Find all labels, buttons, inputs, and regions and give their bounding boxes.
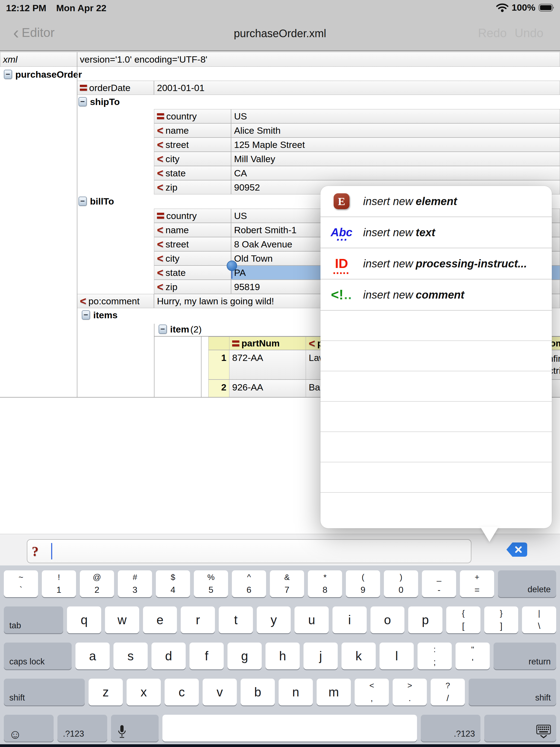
key-m[interactable]: m — [316, 679, 351, 705]
key-@2[interactable]: @2 — [80, 570, 114, 597]
key-.?123[interactable]: .?123 — [421, 715, 480, 742]
key-s[interactable]: s — [113, 643, 148, 669]
key-%5[interactable]: %5 — [194, 570, 228, 597]
item-row-number[interactable]: 2 — [208, 380, 229, 397]
key-{[[interactable]: {[ — [446, 607, 480, 633]
menu-item-insert-processing-instruction[interactable]: ID..... insert newprocessing-instruct... — [321, 248, 552, 279]
backspace-button[interactable] — [505, 542, 528, 558]
menu-item-insert-comment[interactable]: <!.. insert newcomment — [321, 279, 552, 311]
key-q[interactable]: q — [67, 607, 101, 633]
key-"'[interactable]: "' — [456, 643, 490, 669]
cell-billTo-street-label[interactable]: <street — [154, 237, 231, 251]
item-table-header-partNum[interactable]: partNum — [229, 337, 306, 350]
cell-item2-partNum[interactable]: 926-AA — [229, 380, 306, 397]
key-return[interactable]: return — [493, 643, 556, 669]
cell-shipTo-street-label[interactable]: <street — [154, 137, 231, 152]
key-delete[interactable]: delete — [498, 570, 556, 597]
item-row-number[interactable]: 1 — [208, 350, 229, 380]
menu-item-insert-text[interactable]: Abc... insert newtext — [321, 217, 552, 248]
cell-shipTo-zip-label[interactable]: <zip — [154, 180, 231, 195]
key-+=[interactable]: += — [460, 570, 494, 597]
cell-billTo-city-label[interactable]: <city — [154, 251, 231, 265]
key-}][interactable]: }] — [484, 607, 518, 633]
key-p[interactable]: p — [408, 607, 442, 633]
key-?/[interactable]: ?/ — [431, 679, 465, 705]
key-&7[interactable]: &7 — [270, 570, 304, 597]
xml-declaration-name-cell[interactable]: xml — [0, 52, 77, 67]
collapse-toggle-shipTo[interactable]: − — [78, 97, 87, 106]
key-n[interactable]: n — [279, 679, 313, 705]
value-input-field[interactable]: ? — [27, 539, 472, 563]
key-t[interactable]: t — [219, 607, 253, 633]
key-f[interactable]: f — [189, 643, 224, 669]
key-tab[interactable]: tab — [4, 607, 63, 633]
redo-button[interactable]: Redo — [478, 26, 507, 40]
key-d[interactable]: d — [152, 643, 186, 669]
cell-item1-partNum[interactable]: 872-AA — [229, 350, 306, 380]
cell-shipTo-name-label[interactable]: <name — [154, 123, 231, 137]
key-x[interactable]: x — [127, 679, 161, 705]
key-caps-lock[interactable]: caps lock — [4, 643, 72, 669]
collapse-toggle-billTo[interactable]: − — [78, 197, 87, 206]
cell-billTo-country-label[interactable]: country — [154, 209, 231, 223]
menu-item-insert-element[interactable]: E insert newelement — [321, 186, 552, 217]
key-c[interactable]: c — [164, 679, 199, 705]
key-$4[interactable]: $4 — [156, 570, 190, 597]
undo-button[interactable]: Undo — [515, 26, 543, 40]
key-a[interactable]: a — [75, 643, 110, 669]
key-w[interactable]: w — [105, 607, 139, 633]
key-u[interactable]: u — [295, 607, 329, 633]
key-z[interactable]: z — [88, 679, 123, 705]
key-mic[interactable] — [111, 715, 159, 742]
key-v[interactable]: v — [203, 679, 237, 705]
key-shift[interactable]: shift — [4, 679, 85, 705]
key-j[interactable]: j — [304, 643, 338, 669]
key-.?123[interactable]: .?123 — [57, 715, 107, 742]
key-g[interactable]: g — [228, 643, 262, 669]
key-space[interactable] — [162, 715, 417, 742]
key-|\[interactable]: |\ — [522, 607, 556, 633]
cell-shipTo-city-label[interactable]: <city — [154, 152, 231, 166]
collapse-toggle-items[interactable]: − — [82, 310, 90, 319]
cell-billTo-name-label[interactable]: <name — [154, 223, 231, 237]
key-#3[interactable]: #3 — [118, 570, 152, 597]
cell-shipTo-state-value[interactable]: CA — [231, 166, 560, 180]
cell-billTo-state-label[interactable]: <state — [154, 265, 231, 280]
key-l[interactable]: l — [380, 643, 414, 669]
key-*8[interactable]: *8 — [308, 570, 342, 597]
key-)0[interactable]: )0 — [384, 570, 418, 597]
key-~`[interactable]: ~` — [4, 570, 38, 597]
key-<,[interactable]: <, — [355, 679, 389, 705]
collapse-toggle-item[interactable]: − — [159, 325, 167, 334]
cell-billTo-zip-label[interactable]: <zip — [154, 280, 231, 294]
key-(9[interactable]: (9 — [346, 570, 380, 597]
key-shift[interactable]: shift — [469, 679, 556, 705]
key-:;[interactable]: :; — [417, 643, 452, 669]
key-_-[interactable]: _- — [422, 570, 456, 597]
cell-shipTo-country-value[interactable]: US — [231, 109, 560, 123]
collapse-toggle-purchaseOrder[interactable]: − — [4, 70, 12, 79]
key-b[interactable]: b — [240, 679, 275, 705]
cell-shipTo-name-value[interactable]: Alice Smith — [231, 123, 560, 137]
xml-declaration-value-cell[interactable]: version='1.0' encoding='UTF-8' — [77, 52, 560, 67]
key-h[interactable]: h — [265, 643, 300, 669]
key-!1[interactable]: !1 — [42, 570, 76, 597]
key-^6[interactable]: ^6 — [232, 570, 266, 597]
cell-shipTo-street-value[interactable]: 125 Maple Street — [231, 137, 560, 152]
key-e[interactable]: e — [143, 607, 177, 633]
cell-shipTo-country-label[interactable]: country — [154, 109, 231, 123]
key-emoji[interactable]: ☺ — [4, 715, 54, 742]
cell-orderDate-value[interactable]: 2001-01-01 — [154, 81, 560, 95]
cell-orderDate-label[interactable]: orderDate — [77, 81, 154, 95]
key-i[interactable]: i — [332, 607, 367, 633]
cell-shipTo-city-value[interactable]: Mill Valley — [231, 152, 560, 166]
key->.[interactable]: >. — [393, 679, 427, 705]
key-y[interactable]: y — [257, 607, 291, 633]
key-dismiss[interactable] — [484, 715, 556, 742]
key-o[interactable]: o — [371, 607, 405, 633]
selection-handle[interactable] — [227, 261, 237, 271]
key-r[interactable]: r — [181, 607, 215, 633]
key-k[interactable]: k — [341, 643, 376, 669]
cell-shipTo-state-label[interactable]: <state — [154, 166, 231, 180]
cell-po-comment-label[interactable]: < po:comment — [77, 294, 154, 308]
